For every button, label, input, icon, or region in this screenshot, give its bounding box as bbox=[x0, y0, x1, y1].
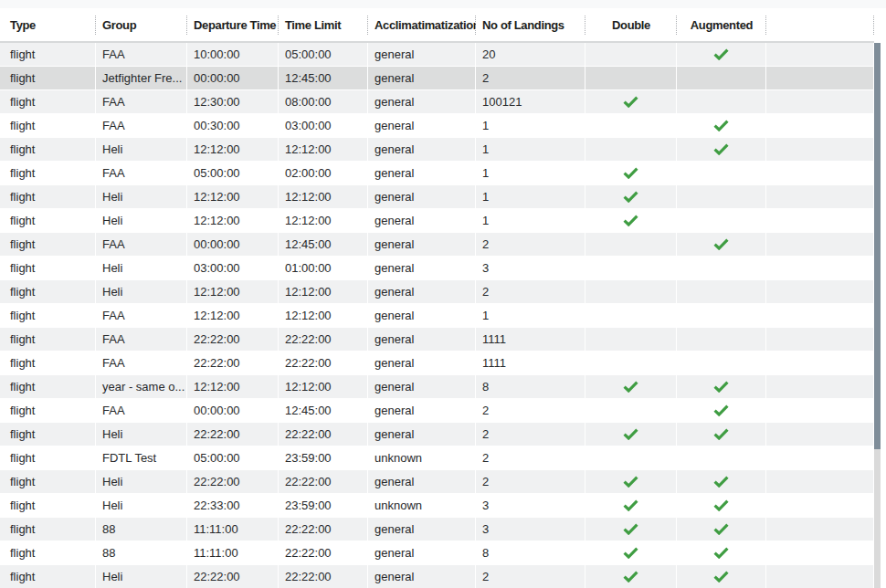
cell-departure_time: 05:00:00 bbox=[187, 162, 279, 184]
cell-departure_time: 12:30:00 bbox=[187, 90, 279, 113]
check-icon bbox=[623, 523, 638, 535]
table-row[interactable]: flightJetfighter Fre...00:00:0012:45:00g… bbox=[0, 67, 874, 90]
check-icon bbox=[713, 499, 729, 511]
table-row[interactable]: flightHeli12:12:0012:12:00general1 bbox=[0, 138, 874, 162]
cell-departure_time: 12:12:00 bbox=[187, 138, 279, 161]
column-header-type[interactable]: Type bbox=[0, 8, 96, 41]
cell-acclimatimatization: general bbox=[368, 280, 476, 303]
cell-departure_time: 00:30:00 bbox=[187, 114, 279, 137]
table-row[interactable]: flightHeli22:22:0022:22:00general2 bbox=[0, 565, 874, 588]
check-mark bbox=[623, 571, 638, 583]
cell-acclimatimatization: general bbox=[368, 304, 476, 327]
cell-augmented bbox=[677, 185, 766, 208]
column-header-departure_time[interactable]: Departure Time bbox=[187, 8, 279, 41]
cell-blank bbox=[766, 280, 874, 303]
cell-augmented bbox=[677, 565, 766, 588]
cell-group: 88 bbox=[96, 541, 187, 564]
table-row[interactable]: flightFAA22:22:0022:22:00general1111 bbox=[0, 328, 874, 352]
cell-augmented bbox=[677, 541, 766, 564]
cell-blank bbox=[766, 565, 874, 588]
cell-augmented bbox=[677, 233, 766, 256]
table-row[interactable]: flightHeli12:12:0012:12:00general2 bbox=[0, 280, 874, 304]
cell-blank bbox=[766, 90, 874, 113]
cell-no_of_landings: 3 bbox=[476, 257, 585, 279]
cell-double bbox=[585, 162, 677, 184]
cell-blank bbox=[766, 209, 874, 232]
cell-acclimatimatization: general bbox=[368, 185, 476, 208]
check-icon bbox=[623, 96, 638, 108]
column-header-no_of_landings[interactable]: No of Landings bbox=[476, 8, 585, 41]
cell-time_limit: 12:12:00 bbox=[279, 304, 368, 327]
cell-group: FDTL Test bbox=[96, 446, 187, 469]
check-mark bbox=[713, 547, 729, 559]
cell-augmented bbox=[677, 423, 766, 446]
cell-group: Heli bbox=[96, 280, 187, 303]
cell-blank bbox=[766, 138, 874, 161]
cell-acclimatimatization: general bbox=[368, 162, 476, 184]
cell-acclimatimatization: general bbox=[368, 257, 476, 279]
cell-time_limit: 12:12:00 bbox=[279, 375, 368, 398]
scrollbar-thumb[interactable] bbox=[874, 43, 881, 449]
check-icon bbox=[623, 381, 638, 393]
table-row[interactable]: flightFAA00:00:0012:45:00general2 bbox=[0, 399, 874, 423]
column-header-time_limit[interactable]: Time Limit bbox=[279, 8, 368, 41]
table-row[interactable]: flightHeli22:33:0023:59:00unknown3 bbox=[0, 494, 874, 518]
cell-time_limit: 12:12:00 bbox=[279, 280, 368, 303]
cell-time_limit: 02:00:00 bbox=[279, 162, 368, 184]
cell-group: Heli bbox=[96, 257, 187, 279]
table-row[interactable]: flightFAA12:12:0012:12:00general1 bbox=[0, 304, 874, 328]
table-row[interactable]: flightFAA05:00:0002:00:00general1 bbox=[0, 162, 874, 185]
table-row[interactable]: flightHeli03:00:0001:00:00general3 bbox=[0, 257, 874, 280]
table-row[interactable]: flightFDTL Test05:00:0023:59:00unknown2 bbox=[0, 446, 874, 470]
cell-time_limit: 23:59:00 bbox=[279, 446, 368, 469]
cell-type: flight bbox=[0, 67, 96, 89]
table-row[interactable]: flightFAA22:22:0022:22:00general1111 bbox=[0, 352, 874, 375]
check-mark bbox=[623, 547, 638, 559]
check-icon bbox=[713, 48, 729, 60]
cell-departure_time: 12:12:00 bbox=[187, 280, 279, 303]
cell-augmented bbox=[677, 280, 766, 303]
cell-acclimatimatization: unknown bbox=[368, 446, 476, 469]
cell-group: year - same o... bbox=[96, 375, 187, 398]
cell-time_limit: 05:00:00 bbox=[279, 43, 368, 66]
table-row[interactable]: flightFAA12:30:0008:00:00general100121 bbox=[0, 90, 874, 114]
table-row[interactable]: flightHeli22:22:0022:22:00general2 bbox=[0, 423, 874, 446]
cell-no_of_landings: 2 bbox=[476, 565, 585, 588]
cell-double bbox=[585, 518, 677, 541]
table-row[interactable]: flight8811:11:0022:22:00general8 bbox=[0, 541, 874, 565]
table-row[interactable]: flightFAA00:30:0003:00:00general1 bbox=[0, 114, 874, 138]
cell-time_limit: 03:00:00 bbox=[279, 114, 368, 137]
cell-type: flight bbox=[0, 446, 96, 469]
cell-departure_time: 11:11:00 bbox=[187, 541, 279, 564]
vertical-scrollbar[interactable] bbox=[874, 43, 881, 588]
cell-type: flight bbox=[0, 518, 96, 541]
cell-group: Heli bbox=[96, 470, 187, 493]
check-mark bbox=[623, 476, 638, 488]
column-header-double[interactable]: Double bbox=[585, 8, 677, 41]
column-header-augmented[interactable]: Augmented bbox=[677, 8, 766, 41]
cell-blank bbox=[766, 43, 874, 66]
cell-type: flight bbox=[0, 375, 96, 398]
table-row[interactable]: flightHeli22:22:0022:22:00general2 bbox=[0, 470, 874, 494]
table-row[interactable]: flightFAA00:00:0012:45:00general2 bbox=[0, 233, 874, 257]
table-row[interactable]: flightHeli12:12:0012:12:00general1 bbox=[0, 209, 874, 233]
column-header-group[interactable]: Group bbox=[96, 8, 187, 41]
cell-type: flight bbox=[0, 352, 96, 374]
column-header-label: Group bbox=[102, 18, 136, 32]
cell-augmented bbox=[677, 470, 766, 493]
cell-acclimatimatization: general bbox=[368, 138, 476, 161]
cell-no_of_landings: 1 bbox=[476, 114, 585, 137]
cell-group: FAA bbox=[96, 399, 187, 422]
check-icon bbox=[713, 381, 729, 393]
cell-group: Heli bbox=[96, 185, 187, 208]
check-mark bbox=[713, 238, 729, 250]
table-row[interactable]: flight8811:11:0022:22:00general3 bbox=[0, 518, 874, 541]
grid-header-row: TypeGroupDeparture TimeTime LimitAcclima… bbox=[0, 8, 874, 43]
table-row[interactable]: flightFAA10:00:0005:00:00general20 bbox=[0, 43, 874, 67]
cell-double bbox=[585, 185, 677, 208]
cell-acclimatimatization: general bbox=[368, 114, 476, 137]
column-header-acclimatimatization[interactable]: Acclimatimatization bbox=[368, 8, 476, 41]
table-row[interactable]: flightyear - same o...12:12:0012:12:00ge… bbox=[0, 375, 874, 399]
table-row[interactable]: flightHeli12:12:0012:12:00general1 bbox=[0, 185, 874, 209]
column-header-label: Type bbox=[10, 18, 36, 32]
